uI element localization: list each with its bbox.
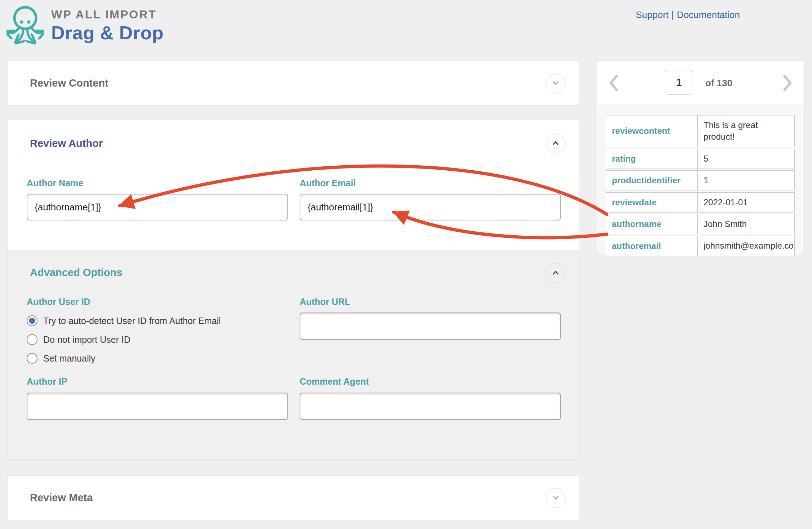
- chevron-down-icon: [550, 491, 562, 505]
- author-url-input[interactable]: [300, 312, 561, 340]
- radio-option-do-not-import[interactable]: Do not import User ID: [27, 333, 221, 346]
- field-key-productidentifier[interactable]: productidentifier: [606, 170, 697, 191]
- previous-record-button[interactable]: [606, 73, 621, 93]
- documentation-link[interactable]: Documentation: [677, 9, 740, 20]
- author-name-input[interactable]: [27, 194, 288, 220]
- radio-option-label: Do not import User ID: [43, 335, 131, 345]
- review-author-collapse-button[interactable]: [546, 134, 566, 154]
- advanced-options-collapse-button[interactable]: [546, 263, 566, 283]
- radio-option-auto-detect[interactable]: Try to auto-detect User ID from Author E…: [27, 314, 221, 327]
- field-value: 5: [697, 149, 795, 169]
- chevron-left-icon: [606, 88, 621, 94]
- author-email-label: Author Email: [300, 178, 356, 188]
- record-number-input[interactable]: [665, 70, 693, 95]
- field-key-authorname[interactable]: authorname: [606, 214, 697, 234]
- table-row: authoremail johnsmith@example.com: [606, 236, 795, 256]
- table-row: authorname John Smith: [606, 214, 795, 234]
- author-url-label: Author URL: [300, 297, 350, 307]
- radio-unselected-icon[interactable]: [27, 353, 37, 364]
- field-value: John Smith: [697, 214, 795, 234]
- review-content-expand-button[interactable]: [546, 73, 566, 93]
- data-preview-sidebar: of 130 reviewcontent This is a great pro…: [597, 61, 804, 254]
- author-ip-input[interactable]: [27, 393, 288, 420]
- field-key-reviewcontent[interactable]: reviewcontent: [606, 115, 697, 147]
- page-title: Drag & Drop: [51, 22, 164, 44]
- chevron-down-icon: [550, 77, 562, 90]
- field-value: 2022-01-01: [697, 192, 795, 213]
- author-ip-label: Author IP: [27, 376, 67, 387]
- links-separator: |: [668, 9, 677, 20]
- review-author-panel: Review Author Author Name Author Email A…: [7, 120, 579, 460]
- review-content-title: Review Content: [8, 77, 109, 89]
- author-user-id-radio-group: Try to auto-detect User ID from Author E…: [27, 314, 221, 371]
- brand-small-title: WP ALL IMPORT: [51, 8, 164, 21]
- table-row: productidentifier 1: [606, 170, 795, 191]
- field-value: johnsmith@example.com: [697, 236, 795, 256]
- chevron-right-icon: [780, 88, 795, 94]
- author-email-input[interactable]: [300, 194, 561, 220]
- octopus-logo-icon: [6, 4, 44, 45]
- table-row: rating 5: [606, 149, 795, 169]
- review-content-panel: Review Content: [7, 61, 579, 105]
- field-value: This is a great product!: [697, 115, 795, 147]
- radio-option-label: Try to auto-detect User ID from Author E…: [43, 316, 221, 326]
- comment-agent-label: Comment Agent: [300, 376, 369, 387]
- comment-agent-input[interactable]: [300, 393, 561, 420]
- top-bar: WP ALL IMPORT Drag & Drop Support|Docume…: [0, 0, 812, 58]
- field-key-rating[interactable]: rating: [606, 149, 697, 169]
- top-links: Support|Documentation: [636, 9, 740, 21]
- chevron-up-icon: [550, 267, 562, 280]
- advanced-options-title: Advanced Options: [30, 267, 122, 279]
- record-fields-table: reviewcontent This is a great product! r…: [606, 114, 795, 258]
- table-row: reviewcontent This is a great product!: [606, 115, 795, 147]
- radio-option-set-manually[interactable]: Set manually: [27, 352, 221, 365]
- field-key-authoremail[interactable]: authoremail: [606, 236, 697, 256]
- table-row: reviewdate 2022-01-01: [606, 192, 795, 213]
- radio-unselected-icon[interactable]: [27, 334, 37, 345]
- review-meta-panel: Review Meta: [7, 475, 579, 520]
- field-value: 1: [697, 170, 795, 191]
- record-navigation: of 130: [597, 61, 804, 105]
- wp-all-import-page: WP ALL IMPORT Drag & Drop Support|Docume…: [0, 0, 812, 529]
- brand-block: WP ALL IMPORT Drag & Drop: [51, 8, 164, 44]
- radio-option-label: Set manually: [43, 353, 96, 364]
- record-total-label: of 130: [705, 78, 732, 89]
- review-author-title: Review Author: [30, 137, 103, 149]
- review-meta-title: Review Meta: [8, 492, 93, 504]
- author-user-id-label: Author User ID: [27, 297, 90, 307]
- chevron-up-icon: [550, 137, 562, 150]
- next-record-button[interactable]: [780, 73, 795, 93]
- support-link[interactable]: Support: [636, 9, 668, 20]
- advanced-options-section: Advanced Options Author User ID Try to a…: [8, 250, 579, 459]
- review-meta-expand-button[interactable]: [546, 488, 566, 508]
- radio-selected-icon[interactable]: [27, 315, 37, 326]
- author-name-label: Author Name: [27, 178, 83, 188]
- field-key-reviewdate[interactable]: reviewdate: [606, 192, 697, 213]
